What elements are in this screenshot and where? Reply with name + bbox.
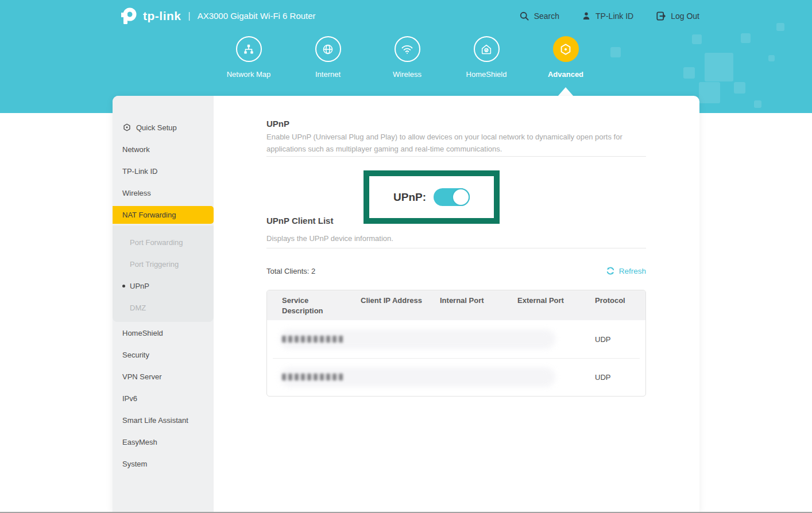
refresh-label: Refresh <box>619 267 646 275</box>
sidebar-subitem-label: Port Triggering <box>130 260 179 269</box>
logout-icon <box>655 10 667 22</box>
search-icon <box>519 10 530 22</box>
sidebar-item-label: Smart Life Assistant <box>122 416 188 425</box>
upnp-toggle-highlight-box: UPnP: <box>364 170 500 224</box>
table-row: UDP <box>267 358 645 396</box>
nav-label: Advanced <box>548 70 583 79</box>
sidebar-item-network[interactable]: Network <box>113 138 214 160</box>
client-list-toolbar: Total Clients: 2 Refresh <box>266 266 646 276</box>
total-clients-label: Total Clients: 2 <box>266 267 315 275</box>
sidebar-item-homeshield[interactable]: HomeShield <box>113 322 214 344</box>
sidebar-subitem-label: DMZ <box>130 304 146 312</box>
deco-square <box>754 100 761 108</box>
router-model: AX3000 Gigabit Wi-Fi 6 Router <box>198 11 316 21</box>
nav-item-wireless[interactable]: Wireless <box>373 36 442 79</box>
sidebar-item-vpn-server[interactable]: VPN Server <box>113 366 214 387</box>
table-row: UDP <box>267 320 645 358</box>
nav-item-advanced[interactable]: Advanced <box>531 36 600 79</box>
sidebar-item-smart-life-assistant[interactable]: Smart Life Assistant <box>113 409 214 431</box>
deco-square <box>699 82 720 103</box>
globe-icon <box>315 36 341 62</box>
sidebar-item-label: Security <box>122 351 149 359</box>
sidebar: Quick Setup Network TP-Link ID Wireless … <box>113 96 214 513</box>
sidebar-item-label: VPN Server <box>122 372 162 381</box>
top-actions: Search TP-Link ID Log Out <box>519 0 699 32</box>
advanced-pointer <box>558 87 574 96</box>
sidebar-subitem-dmz[interactable]: DMZ <box>113 297 214 318</box>
sidebar-item-security[interactable]: Security <box>113 344 214 366</box>
sidebar-item-label: Network <box>122 145 150 154</box>
sidebar-item-quick-setup[interactable]: Quick Setup <box>113 116 214 138</box>
sidebar-item-label: HomeShield <box>122 329 163 337</box>
client-list-title: UPnP Client List <box>266 216 333 226</box>
sidebar-subitem-port-forwarding[interactable]: Port Forwarding <box>113 231 214 253</box>
logout-button[interactable]: Log Out <box>655 10 699 22</box>
upnp-section-description: Enable UPnP (Universal Plug and Play) to… <box>266 131 646 156</box>
main-content: UPnP Enable UPnP (Universal Plug and Pla… <box>214 96 699 513</box>
nav-item-network-map[interactable]: Network Map <box>214 36 283 79</box>
gear-icon <box>553 36 579 62</box>
sidebar-item-tplink-id[interactable]: TP-Link ID <box>113 160 214 182</box>
sidebar-subitem-upnp[interactable]: UPnP <box>113 275 214 297</box>
upnp-client-table: Service Description Client IP Address In… <box>266 290 646 397</box>
tplink-id-button[interactable]: TP-Link ID <box>581 10 633 22</box>
divider <box>266 248 646 248</box>
refresh-button[interactable]: Refresh <box>605 266 646 276</box>
sidebar-item-label: System <box>122 460 147 468</box>
nat-forwarding-submenu: Port Forwarding Port Triggering UPnP DMZ <box>113 226 214 322</box>
sidebar-item-ipv6[interactable]: IPv6 <box>113 387 214 409</box>
wifi-icon <box>395 36 420 62</box>
logout-label: Log Out <box>671 11 699 21</box>
nav-item-internet[interactable]: Internet <box>293 36 362 79</box>
sidebar-item-easymesh[interactable]: EasyMesh <box>113 431 214 453</box>
search-label: Search <box>534 11 559 21</box>
deco-square <box>692 34 702 44</box>
sidebar-item-label: EasyMesh <box>122 438 157 446</box>
nav-label: Network Map <box>227 70 271 79</box>
brand-name: tp-link <box>143 9 181 23</box>
deco-square <box>610 47 621 57</box>
deco-square <box>705 53 733 81</box>
client-list-description: Displays the UPnP device information. <box>266 233 646 245</box>
sidebar-item-label: Wireless <box>122 189 151 197</box>
brand-divider: | <box>188 11 191 21</box>
sidebar-subitem-port-triggering[interactable]: Port Triggering <box>113 253 214 275</box>
col-internal-port: Internal Port <box>440 296 517 316</box>
sidebar-item-label: TP-Link ID <box>122 167 157 176</box>
content-card: Quick Setup Network TP-Link ID Wireless … <box>113 96 699 513</box>
divider <box>266 156 646 157</box>
user-icon <box>581 10 591 22</box>
col-client-ip: Client IP Address <box>361 296 440 316</box>
nav-label: Wireless <box>393 70 422 79</box>
sidebar-item-label: NAT Forwarding <box>122 211 176 219</box>
sidebar-item-system[interactable]: System <box>113 453 214 475</box>
nav-item-homeshield[interactable]: HomeShield <box>452 36 521 79</box>
search-button[interactable]: Search <box>519 10 559 22</box>
deco-square <box>768 55 775 61</box>
deco-square <box>741 33 751 43</box>
toggle-knob <box>452 188 470 206</box>
brand-logo-group: tp-link | AX3000 Gigabit Wi-Fi 6 Router <box>117 6 316 26</box>
sidebar-item-label: Quick Setup <box>136 123 177 132</box>
upnp-toggle-switch[interactable] <box>434 188 470 206</box>
upnp-toggle-label: UPnP: <box>393 191 426 204</box>
col-protocol: Protocol <box>595 296 646 316</box>
top-bar: tp-link | AX3000 Gigabit Wi-Fi 6 Router … <box>0 0 812 32</box>
deco-square <box>683 67 695 79</box>
sidebar-item-label: IPv6 <box>122 394 137 403</box>
protocol-cell: UDP <box>595 373 646 382</box>
home-shield-icon <box>474 36 500 62</box>
sidebar-item-nat-forwarding[interactable]: NAT Forwarding <box>113 206 214 224</box>
main-nav: Network Map Internet Wireless <box>214 36 600 79</box>
network-map-icon <box>236 36 262 62</box>
gear-icon <box>122 123 132 132</box>
sidebar-item-wireless[interactable]: Wireless <box>113 182 214 204</box>
table-header-row: Service Description Client IP Address In… <box>267 290 645 320</box>
refresh-icon <box>605 266 616 276</box>
sidebar-subitem-label: UPnP <box>130 282 149 290</box>
protocol-cell: UDP <box>595 335 646 344</box>
col-external-port: External Port <box>517 296 595 316</box>
tplink-logo-icon <box>117 6 140 26</box>
upnp-section-title: UPnP <box>266 119 289 129</box>
sidebar-item-nat-forwarding-row: NAT Forwarding <box>113 204 214 226</box>
